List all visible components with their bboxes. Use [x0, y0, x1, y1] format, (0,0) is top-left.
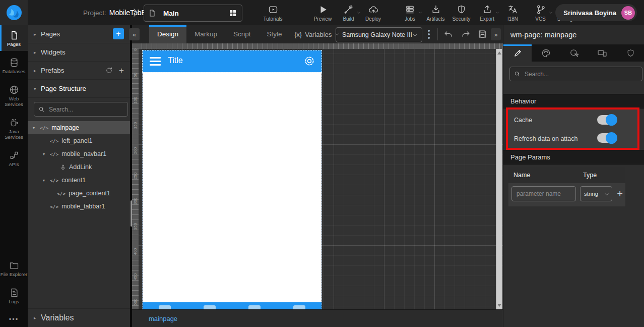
section-page-structure[interactable]: ▾ Page Structure — [28, 80, 130, 98]
expand-right-panel-button[interactable]: » — [491, 28, 501, 40]
page-structure-search[interactable] — [34, 102, 128, 117]
navbar-gear-icon[interactable] — [303, 55, 315, 67]
scroll-down-arrow[interactable] — [497, 304, 501, 307]
rail-more-button[interactable]: ••• — [0, 315, 28, 323]
code-icon: </> — [50, 151, 58, 157]
vcs-dropdown-icon — [549, 11, 553, 15]
sidebar-item-databases[interactable]: Databases — [0, 54, 28, 78]
expanded-arrow-icon[interactable]: ▾ — [33, 126, 40, 130]
redo-button[interactable] — [461, 29, 471, 39]
sidebar-item-logs[interactable]: Logs — [0, 284, 28, 308]
sidebar-item-pages[interactable]: Pages — [0, 25, 28, 51]
search-icon — [38, 106, 45, 113]
tree-node-mobile-navbar1[interactable]: ▾ </> mobile_navbar1 — [28, 147, 130, 160]
properties-search-input[interactable] — [524, 70, 622, 78]
mobile-navbar-widget[interactable]: Title — [143, 50, 321, 72]
param-type-select[interactable]: string — [580, 186, 612, 201]
tutorials-button[interactable]: Tutorials — [261, 4, 285, 22]
variables-button[interactable]: {x} Variables — [294, 25, 340, 43]
i18n-button[interactable]: I18N — [501, 4, 525, 22]
code-icon: </> — [57, 191, 66, 196]
page-grid-icon[interactable] — [229, 9, 237, 17]
build-button[interactable]: Build — [337, 4, 360, 22]
breadcrumb-mainpage[interactable]: mainpage — [149, 310, 177, 327]
security-button[interactable]: Security — [449, 4, 473, 22]
annotation-highlight-box: Cache Refresh data on attach — [506, 107, 639, 150]
tree-node-mobile-tabbar1[interactable]: </> mobile_tabbar1 — [28, 200, 130, 213]
more-options-button[interactable] — [425, 29, 432, 40]
page-structure-search-input[interactable] — [48, 105, 117, 114]
sidebar-item-web-services[interactable]: Web Services — [0, 81, 28, 111]
section-widgets[interactable]: ▸ Widgets — [28, 43, 130, 62]
tab-events[interactable] — [560, 44, 588, 62]
expanded-arrow-icon[interactable]: ▾ — [43, 152, 50, 156]
page-params-section-header[interactable]: Page Params — [503, 150, 644, 165]
canvas-vertical-scrollbar[interactable] — [496, 49, 502, 309]
sidebar-item-apis[interactable]: APIs — [0, 147, 28, 171]
design-canvas[interactable]: 0 50 100 150 200 250 300 350 400 450 500… — [132, 43, 503, 309]
mode-tabs: Design Markup Script Style — [149, 25, 290, 43]
export-button[interactable]: Export — [475, 4, 499, 22]
param-name-field[interactable] — [511, 186, 576, 201]
tree-node-content1[interactable]: ▾ </> content1 — [28, 174, 130, 187]
refresh-data-toggle[interactable] — [597, 133, 616, 143]
hamburger-menu-icon[interactable] — [150, 57, 161, 66]
deploy-button[interactable]: Deploy — [361, 4, 385, 22]
user-name: Srinivasa Boyina — [563, 9, 616, 17]
jobs-icon — [405, 4, 415, 15]
param-name-input[interactable] — [512, 187, 575, 201]
vcs-button[interactable]: VCS — [529, 4, 552, 22]
device-select[interactable]: Samsung Galaxy Note III — [336, 27, 422, 42]
section-pages[interactable]: ▸ Pages + — [28, 25, 130, 43]
jobs-button[interactable]: Jobs — [398, 4, 422, 22]
behavior-section-header[interactable]: Behavior — [503, 94, 644, 108]
ruler-label: 450 — [133, 269, 138, 285]
tab-styles[interactable] — [532, 44, 560, 62]
sidebar-item-java-services[interactable]: Java Services — [0, 114, 28, 144]
add-param-button[interactable]: + — [614, 186, 625, 201]
section-prefabs[interactable]: ▸ Prefabs + — [28, 62, 130, 80]
user-menu[interactable]: Srinivasa Boyina SB — [555, 4, 637, 21]
tab-design[interactable]: Design — [149, 25, 186, 43]
undo-button[interactable] — [443, 29, 454, 39]
pages-icon — [9, 30, 19, 40]
tab-style[interactable]: Style — [259, 25, 290, 43]
preview-button[interactable]: Preview — [311, 4, 335, 22]
page-switcher[interactable]: Main — [144, 5, 242, 22]
current-page-name: Main — [163, 10, 179, 17]
phone-preview[interactable]: Title — [143, 50, 321, 309]
mobile-tabbar-widget[interactable] — [143, 302, 321, 309]
refresh-prefabs-icon[interactable] — [105, 67, 113, 74]
tree-node-page-content1[interactable]: </> page_content1 — [28, 187, 130, 200]
app-logo[interactable] — [0, 0, 28, 25]
save-button[interactable] — [478, 29, 487, 39]
artifacts-button[interactable]: Artifacts — [424, 4, 447, 22]
properties-panel: wm-page: mainpage Behavior — [503, 25, 644, 327]
scroll-up-arrow[interactable] — [497, 51, 501, 54]
tree-node-mainpage[interactable]: ▾ </> mainpage — [28, 121, 130, 134]
web-services-globe-icon — [9, 85, 19, 95]
properties-search[interactable] — [509, 67, 642, 81]
tab-properties[interactable] — [503, 44, 532, 62]
add-prefab-icon[interactable]: + — [119, 66, 124, 76]
cache-toggle[interactable] — [597, 115, 616, 125]
name-column-header: Name — [513, 167, 530, 183]
sidebar-item-file-explorer[interactable]: File Explorer — [0, 257, 28, 281]
tab-script[interactable]: Script — [225, 25, 259, 43]
breadcrumb-chevron-icon — [131, 8, 140, 18]
horizontal-ruler — [132, 43, 503, 49]
page-file-icon — [148, 9, 156, 18]
tab-markup[interactable]: Markup — [186, 25, 225, 43]
tab-security[interactable] — [616, 44, 644, 62]
expanded-arrow-icon[interactable]: ▾ — [43, 178, 50, 183]
artifacts-icon — [431, 4, 441, 15]
section-variables[interactable]: ▸ Variables — [28, 308, 130, 327]
collapse-left-panel-button[interactable]: « — [129, 28, 140, 40]
tab-devices[interactable] — [588, 44, 616, 62]
tutorials-icon — [268, 4, 279, 15]
wavemaker-studio: Project: MobileTabBar-Stage Main — [0, 0, 644, 327]
topbar-actions: Tutorials Preview Build Deploy — [261, 0, 578, 25]
tree-node-addlink[interactable]: AddLink — [28, 160, 130, 174]
add-page-button[interactable]: + — [113, 28, 124, 39]
tree-node-left-panel1[interactable]: </> left_panel1 — [28, 134, 130, 147]
